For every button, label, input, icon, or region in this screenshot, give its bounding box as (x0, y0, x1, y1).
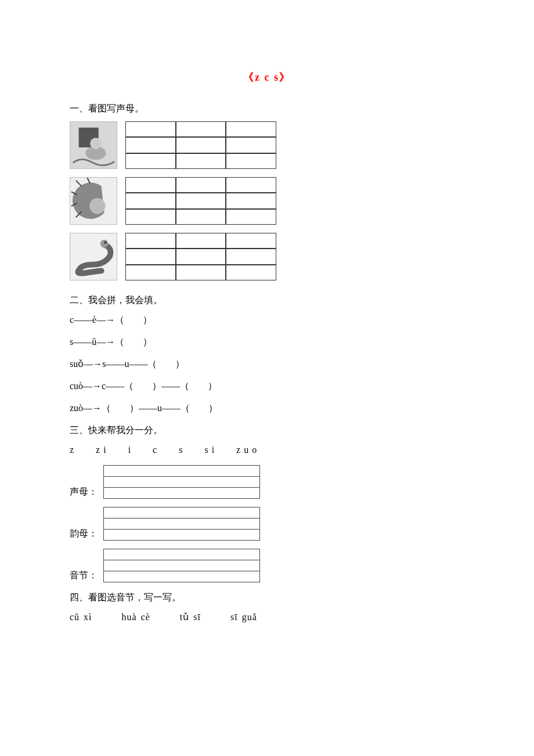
q4-word-4: sī guā (230, 612, 257, 622)
image-hedgehog-c (70, 177, 117, 225)
svg-point-3 (90, 138, 102, 149)
image-snake-s (70, 233, 117, 280)
category-row-yinjie: 音节： (70, 549, 464, 582)
section-2-heading: 二、我会拼，我会填。 (70, 293, 464, 307)
q1-row-2 (70, 177, 464, 225)
svg-point-12 (100, 240, 109, 248)
category-row-shengmu: 声母： (70, 465, 464, 499)
q1-row-1 (70, 121, 464, 169)
label-yunmu: 韵母： (70, 527, 98, 541)
writing-grid-3[interactable] (125, 233, 276, 280)
q2-line-3: suǒ—→s——u——（ ） (70, 357, 464, 371)
q1-row-3 (70, 233, 464, 280)
category-row-yunmu: 韵母： (70, 507, 464, 541)
q2-line-1: c——è—→（ ） (70, 313, 464, 327)
writing-box-shengmu[interactable] (103, 465, 260, 499)
q3-letter-list: z zi i c s si zuo (70, 443, 464, 457)
svg-point-13 (104, 242, 107, 244)
writing-grid-1[interactable] (125, 121, 276, 169)
section-1-heading: 一、看图写声母。 (70, 102, 464, 116)
q4-word-2: huà cè (122, 612, 150, 622)
q2-line-4: cuò—→c——（ ）——（ ） (70, 379, 464, 393)
q4-word-list: cū xì huà cè tǔ sī sī guā (70, 610, 464, 624)
image-writing-z (70, 121, 117, 169)
q2-line-5: zuò—→（ ）——u——（ ） (70, 401, 464, 415)
q4-word-3: tǔ sī (180, 612, 201, 622)
svg-point-5 (89, 198, 105, 214)
label-yinjie: 音节： (70, 568, 98, 582)
writing-grid-2[interactable] (125, 177, 276, 225)
page-title: 《z c s》 (70, 70, 464, 85)
q4-word-1: cū xì (70, 612, 92, 622)
section-3-heading: 三、快来帮我分一分。 (70, 423, 464, 437)
writing-box-yunmu[interactable] (103, 507, 260, 541)
section-4-heading: 四、看图选音节，写一写。 (70, 591, 464, 604)
writing-box-yinjie[interactable] (103, 549, 260, 582)
label-shengmu: 声母： (70, 485, 98, 499)
q2-line-2: s——ū—→（ ） (70, 335, 464, 349)
